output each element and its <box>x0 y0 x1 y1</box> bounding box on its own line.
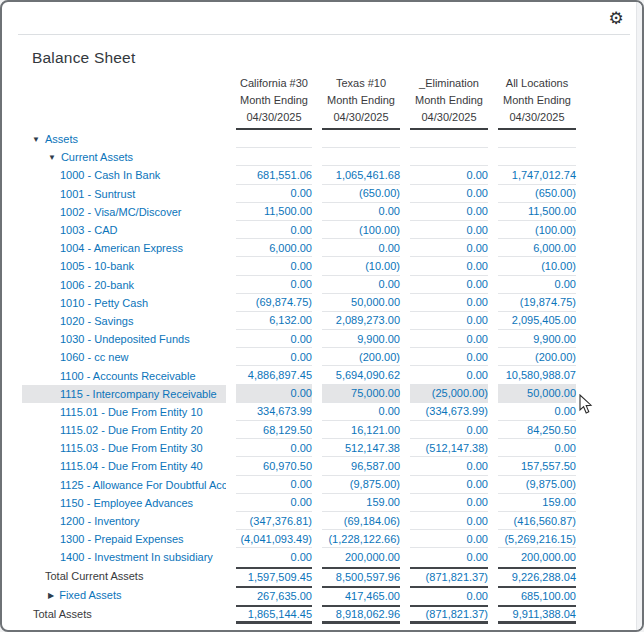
triangle-down-icon[interactable]: ▼ <box>32 135 40 144</box>
value-cell-col3[interactable]: 0.00 <box>410 421 488 439</box>
value-cell-col1[interactable]: 334,673.99 <box>236 403 312 421</box>
table-row-label[interactable]: 1020 - Savings <box>22 312 226 330</box>
value-cell-col3[interactable]: 0.00 <box>410 166 488 184</box>
table-row-label[interactable]: 1150 - Employee Advances <box>22 494 226 512</box>
value-cell-col1[interactable]: 0.00 <box>236 476 312 494</box>
value-cell-col3[interactable]: 0.00 <box>410 330 488 348</box>
table-row-label[interactable]: 1115 - Intercompany Receivable <box>22 385 226 403</box>
value-cell-col3[interactable]: 0.00 <box>410 239 488 257</box>
value-cell-col2[interactable]: 159.00 <box>322 494 400 512</box>
value-cell-col1[interactable]: 60,970.50 <box>236 457 312 475</box>
value-cell-col2[interactable]: (9,875.00) <box>322 476 400 494</box>
value-cell-col2[interactable]: 512,147.38 <box>322 439 400 457</box>
value-cell-col4[interactable]: (200.00) <box>498 348 576 366</box>
value-cell-col1[interactable]: 1,597,509.45 <box>236 567 312 586</box>
value-cell-col2[interactable]: (1,228,122.66) <box>322 530 400 548</box>
value-cell-col1[interactable]: 6,000.00 <box>236 239 312 257</box>
group-row-label[interactable]: ▶Fixed Assets <box>22 586 226 605</box>
table-row-label[interactable]: 1100 - Accounts Receivable <box>22 366 226 384</box>
value-cell-col1[interactable]: 0.00 <box>236 385 312 403</box>
value-cell-col1[interactable]: 0.00 <box>236 257 312 275</box>
value-cell-col3[interactable]: 0.00 <box>410 366 488 384</box>
group-row-label[interactable]: ▼Assets <box>22 130 226 148</box>
value-cell-col3[interactable]: (871,821.37) <box>410 605 488 624</box>
value-cell-col3[interactable]: 0.00 <box>410 221 488 239</box>
triangle-down-icon[interactable]: ▼ <box>48 153 56 162</box>
table-row-label[interactable]: 1003 - CAD <box>22 221 226 239</box>
value-cell-col1[interactable]: 0.00 <box>236 439 312 457</box>
table-row-label[interactable]: 1060 - cc new <box>22 348 226 366</box>
value-cell-col4[interactable]: 2,095,405.00 <box>498 312 576 330</box>
value-cell-col3[interactable]: 0.00 <box>410 276 488 294</box>
value-cell-col4[interactable]: (416,560.87) <box>498 512 576 530</box>
value-cell-col1[interactable]: 0.00 <box>236 494 312 512</box>
value-cell-col3[interactable]: 0.00 <box>410 185 488 203</box>
value-cell-col1[interactable]: (347,376.81) <box>236 512 312 530</box>
value-cell-col4[interactable]: 6,000.00 <box>498 239 576 257</box>
value-cell-col3[interactable]: 0.00 <box>410 257 488 275</box>
value-cell-col4[interactable]: 157,557.50 <box>498 457 576 475</box>
table-row-label[interactable]: 1115.03 - Due From Entity 30 <box>22 439 226 457</box>
value-cell-col1[interactable]: (69,874.75) <box>236 294 312 312</box>
value-cell-col2[interactable]: 0.00 <box>322 403 400 421</box>
value-cell-col1[interactable]: 11,500.00 <box>236 203 312 221</box>
value-cell-col3[interactable]: 0.00 <box>410 312 488 330</box>
value-cell-col2[interactable]: (650.00) <box>322 185 400 203</box>
value-cell-col3[interactable]: (25,000.00) <box>410 385 488 403</box>
value-cell-col1[interactable]: 68,129.50 <box>236 421 312 439</box>
table-row-label[interactable]: 1200 - Inventory <box>22 512 226 530</box>
table-row-label[interactable]: 1300 - Prepaid Expenses <box>22 530 226 548</box>
value-cell-col4[interactable]: (650.00) <box>498 185 576 203</box>
table-row-label[interactable]: 1115.02 - Due From Entity 20 <box>22 421 226 439</box>
value-cell-col4[interactable]: 50,000.00 <box>498 385 576 403</box>
value-cell-col4[interactable]: 159.00 <box>498 494 576 512</box>
table-row-label[interactable]: 1004 - American Express <box>22 239 226 257</box>
value-cell-col2[interactable]: 16,121.00 <box>322 421 400 439</box>
value-cell-col4[interactable]: 200,000.00 <box>498 548 576 566</box>
value-cell-col3[interactable]: (871,821.37) <box>410 567 488 586</box>
table-row-label[interactable]: 1001 - Suntrust <box>22 185 226 203</box>
value-cell-col4[interactable]: 1,747,012.74 <box>498 166 576 184</box>
value-cell-col1[interactable]: 267,635.00 <box>236 586 312 605</box>
value-cell-col3[interactable]: 0.00 <box>410 494 488 512</box>
value-cell-col1[interactable]: (4,041,093.49) <box>236 530 312 548</box>
value-cell-col2[interactable]: 0.00 <box>322 276 400 294</box>
value-cell-col2[interactable]: (69,184.06) <box>322 512 400 530</box>
value-cell-col2[interactable]: 2,089,273.00 <box>322 312 400 330</box>
table-row-label[interactable]: 1030 - Undeposited Funds <box>22 330 226 348</box>
table-row-label[interactable]: 1005 - 10-bank <box>22 257 226 275</box>
value-cell-col2[interactable]: 417,465.00 <box>322 586 400 605</box>
value-cell-col1[interactable]: 0.00 <box>236 276 312 294</box>
value-cell-col1[interactable]: 0.00 <box>236 330 312 348</box>
value-cell-col2[interactable]: 9,900.00 <box>322 330 400 348</box>
group-row-label[interactable]: ▼Current Assets <box>22 148 226 166</box>
value-cell-col3[interactable]: 0.00 <box>410 203 488 221</box>
value-cell-col3[interactable]: 0.00 <box>410 512 488 530</box>
value-cell-col1[interactable]: 0.00 <box>236 221 312 239</box>
value-cell-col3[interactable]: 0.00 <box>410 548 488 566</box>
value-cell-col2[interactable]: 200,000.00 <box>322 548 400 566</box>
value-cell-col4[interactable]: 9,226,288.04 <box>498 567 576 586</box>
value-cell-col4[interactable]: (100.00) <box>498 221 576 239</box>
value-cell-col2[interactable]: 8,500,597.96 <box>322 567 400 586</box>
value-cell-col4[interactable]: (10.00) <box>498 257 576 275</box>
value-cell-col2[interactable]: (200.00) <box>322 348 400 366</box>
value-cell-col4[interactable]: 11,500.00 <box>498 203 576 221</box>
value-cell-col1[interactable]: 4,886,897.45 <box>236 366 312 384</box>
value-cell-col4[interactable]: 9,911,388.04 <box>498 605 576 624</box>
value-cell-col3[interactable]: 0.00 <box>410 457 488 475</box>
value-cell-col2[interactable]: 0.00 <box>322 239 400 257</box>
value-cell-col4[interactable]: 10,580,988.07 <box>498 366 576 384</box>
table-row-label[interactable]: 1115.04 - Due From Entity 40 <box>22 457 226 475</box>
value-cell-col4[interactable]: 0.00 <box>498 403 576 421</box>
value-cell-col3[interactable]: (334,673.99) <box>410 403 488 421</box>
value-cell-col2[interactable]: 8,918,062.96 <box>322 605 400 624</box>
triangle-right-icon[interactable]: ▶ <box>48 591 54 600</box>
table-row-label[interactable]: 1400 - Investment In subsidiary <box>22 548 226 566</box>
table-row-label[interactable]: 1002 - Visa/MC/Discover <box>22 203 226 221</box>
value-cell-col3[interactable]: 0.00 <box>410 348 488 366</box>
value-cell-col2[interactable]: 0.00 <box>322 203 400 221</box>
table-row-label[interactable]: 1000 - Cash In Bank <box>22 166 226 184</box>
value-cell-col1[interactable]: 681,551.06 <box>236 166 312 184</box>
value-cell-col2[interactable]: 96,587.00 <box>322 457 400 475</box>
